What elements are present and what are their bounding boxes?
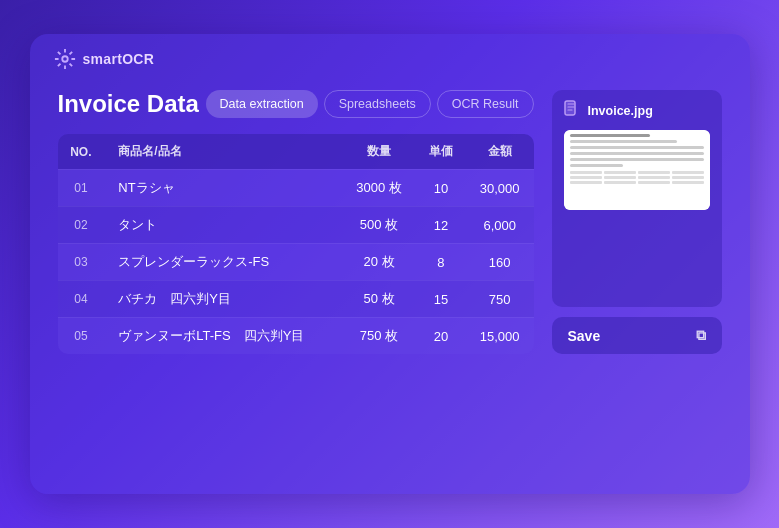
- col-header-name: 商品名/品名: [104, 134, 342, 169]
- cell-no-1: 02: [58, 206, 105, 243]
- data-table: NO. 商品名/品名 数量 単価 金額 01 NTラシャ 3000 枚 10 3…: [58, 134, 534, 354]
- cell-unit-2: 8: [416, 243, 466, 280]
- app-container: smartOCR Invoice Data Data extraction Sp…: [30, 34, 750, 494]
- left-panel: Invoice Data Data extraction Spreadsheet…: [58, 90, 534, 354]
- invoice-preview: [564, 130, 710, 210]
- cell-unit-1: 12: [416, 206, 466, 243]
- preview-cell-6: [604, 176, 636, 179]
- table-row: 04 バチカ 四六判Y目 50 枚 15 750: [58, 280, 534, 317]
- cell-no-3: 04: [58, 280, 105, 317]
- save-label: Save: [568, 328, 601, 344]
- preview-grid: [570, 171, 704, 184]
- preview-line-3: [570, 146, 704, 149]
- tab-group: Data extraction Spreadsheets OCR Result: [206, 90, 534, 118]
- cell-name-2: スプレンダーラックス-FS: [104, 243, 342, 280]
- preview-line-4: [570, 152, 704, 155]
- tab-ocr-result[interactable]: OCR Result: [437, 90, 534, 118]
- cell-amount-3: 750: [466, 280, 534, 317]
- preview-cell-8: [672, 176, 704, 179]
- logo-text: smartOCR: [83, 51, 155, 67]
- invoice-card-header: Invoice.jpg: [564, 100, 710, 122]
- cell-unit-4: 20: [416, 317, 466, 354]
- header-row: Invoice Data Data extraction Spreadsheet…: [58, 90, 534, 118]
- cell-qty-2: 20 枚: [342, 243, 416, 280]
- preview-cell-11: [638, 181, 670, 184]
- preview-cell-4: [672, 171, 704, 174]
- cell-amount-1: 6,000: [466, 206, 534, 243]
- cell-qty-3: 50 枚: [342, 280, 416, 317]
- preview-line-2: [570, 140, 677, 143]
- table-row: 01 NTラシャ 3000 枚 10 30,000: [58, 169, 534, 206]
- cell-amount-2: 160: [466, 243, 534, 280]
- cell-unit-3: 15: [416, 280, 466, 317]
- preview-line-1: [570, 134, 650, 137]
- cell-name-0: NTラシャ: [104, 169, 342, 206]
- preview-line-6: [570, 164, 624, 167]
- table-row: 02 タント 500 枚 12 6,000: [58, 206, 534, 243]
- cell-no-4: 05: [58, 317, 105, 354]
- cell-no-2: 03: [58, 243, 105, 280]
- cell-name-3: バチカ 四六判Y目: [104, 280, 342, 317]
- preview-lines: [564, 130, 710, 188]
- right-panel: Invoice.jpg: [552, 90, 722, 354]
- page-title: Invoice Data: [58, 90, 199, 118]
- col-header-unit-price: 単価: [416, 134, 466, 169]
- file-icon: [564, 100, 580, 122]
- invoice-card: Invoice.jpg: [552, 90, 722, 307]
- table-header-row: NO. 商品名/品名 数量 単価 金額: [58, 134, 534, 169]
- save-button[interactable]: Save ⧉: [552, 317, 722, 354]
- preview-cell-10: [604, 181, 636, 184]
- preview-cell-5: [570, 176, 602, 179]
- col-header-no: NO.: [58, 134, 105, 169]
- svg-rect-1: [565, 101, 575, 115]
- preview-cell-7: [638, 176, 670, 179]
- cell-no-0: 01: [58, 169, 105, 206]
- col-header-amount: 金額: [466, 134, 534, 169]
- copy-icon: ⧉: [696, 327, 706, 344]
- preview-cell-3: [638, 171, 670, 174]
- table-row: 05 ヴァンヌーボLT-FS 四六判Y目 750 枚 20 15,000: [58, 317, 534, 354]
- tab-data-extraction[interactable]: Data extraction: [206, 90, 318, 118]
- cell-unit-0: 10: [416, 169, 466, 206]
- invoice-preview-inner: [564, 130, 710, 210]
- cell-name-4: ヴァンヌーボLT-FS 四六判Y目: [104, 317, 342, 354]
- cell-name-1: タント: [104, 206, 342, 243]
- preview-cell-12: [672, 181, 704, 184]
- cell-amount-0: 30,000: [466, 169, 534, 206]
- cell-qty-1: 500 枚: [342, 206, 416, 243]
- cell-qty-4: 750 枚: [342, 317, 416, 354]
- preview-cell-2: [604, 171, 636, 174]
- table-row: 03 スプレンダーラックス-FS 20 枚 8 160: [58, 243, 534, 280]
- svg-point-0: [62, 56, 68, 62]
- invoice-filename: Invoice.jpg: [588, 104, 653, 118]
- cell-qty-0: 3000 枚: [342, 169, 416, 206]
- main-content: Invoice Data Data extraction Spreadsheet…: [30, 70, 750, 378]
- preview-cell-1: [570, 171, 602, 174]
- logo-icon: [54, 48, 76, 70]
- tab-spreadsheets[interactable]: Spreadsheets: [324, 90, 431, 118]
- logo-area: smartOCR: [54, 48, 155, 70]
- preview-cell-9: [570, 181, 602, 184]
- cell-amount-4: 15,000: [466, 317, 534, 354]
- top-bar: smartOCR: [30, 34, 750, 70]
- preview-line-5: [570, 158, 704, 161]
- col-header-quantity: 数量: [342, 134, 416, 169]
